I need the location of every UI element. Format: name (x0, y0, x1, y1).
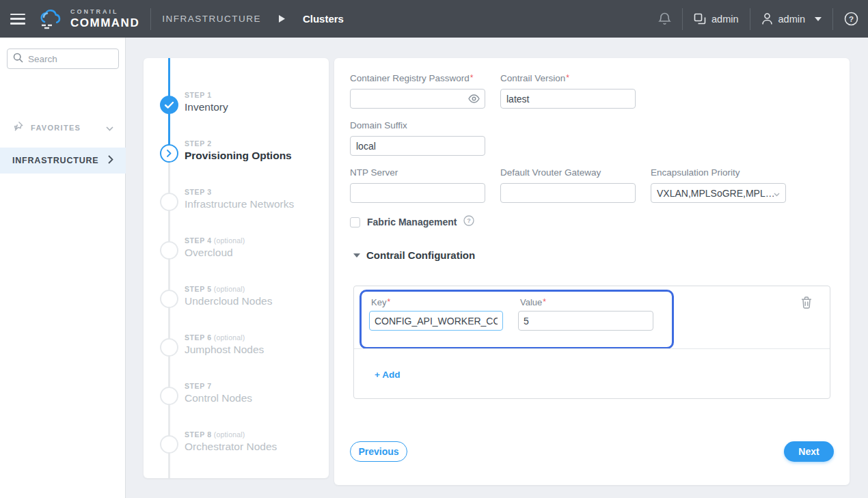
step-title: Orchestrator Nodes (185, 441, 321, 453)
wizard-step-4[interactable]: STEP 4 (optional) Overcloud (144, 236, 329, 266)
wizard-steps-panel: STEP 1 Inventory STEP 2 Provisioning Opt… (144, 58, 329, 478)
wizard-step-3[interactable]: STEP 3 Infrastructure Networks (144, 188, 329, 218)
search-icon (13, 53, 23, 66)
step-title: Jumphost Nodes (185, 344, 321, 356)
topbar-divider (682, 8, 683, 30)
contrail-version-input[interactable] (500, 89, 636, 109)
contrail-configuration-section-toggle[interactable]: Contrail Configuration (353, 249, 475, 261)
fabric-management-checkbox[interactable] (350, 217, 360, 227)
key-value-row[interactable]: Key* Value* (360, 290, 674, 349)
help-button[interactable]: ? (844, 12, 858, 26)
menu-icon[interactable] (10, 14, 25, 25)
step-optional: (optional) (212, 236, 245, 245)
show-password-icon[interactable] (468, 94, 480, 106)
search-input[interactable] (28, 54, 103, 64)
wizard-step-1[interactable]: STEP 1 Inventory (144, 91, 329, 121)
svg-text:?: ? (467, 217, 472, 224)
step-title: Undercloud Nodes (185, 295, 321, 307)
step-title: Infrastructure Networks (185, 198, 321, 210)
step-eyebrow: STEP 7 (185, 382, 212, 390)
contrail-version-label: Contrail Version* (500, 73, 569, 83)
sidebar-item-infrastructure[interactable]: INFRASTRUCTURE (0, 148, 126, 174)
step-title: Control Nodes (185, 392, 321, 404)
app-logo[interactable]: CONTRAIL COMMAND (38, 8, 139, 30)
top-bar: CONTRAIL COMMAND INFRASTRUCTURE Clusters (0, 0, 868, 38)
value-label: Value* (520, 297, 546, 307)
row-divider (354, 348, 830, 349)
encapsulation-priority-label: Encapsulation Priority (651, 167, 740, 178)
logo-text-command: COMMAND (70, 17, 139, 29)
step-todo-icon (160, 387, 178, 405)
user-menu[interactable]: admin (761, 12, 822, 25)
topbar-divider (750, 8, 750, 30)
section-title: Contrail Configuration (366, 249, 475, 261)
previous-button[interactable]: Previous (350, 441, 407, 462)
step-optional: (optional) (212, 333, 245, 342)
topbar-divider (832, 8, 833, 30)
wizard-step-2[interactable]: STEP 2 Provisioning Options (144, 139, 329, 169)
breadcrumb-page: Clusters (303, 13, 344, 25)
domain-suffix-label: Domain Suffix (350, 120, 407, 130)
fabric-management-help-icon[interactable]: ? (463, 215, 474, 229)
container-registry-password-label: Container Registry Password* (350, 73, 474, 83)
step-eyebrow: STEP 4 (185, 236, 212, 245)
key-value-container: Key* Value* + Add (353, 286, 830, 399)
encapsulation-priority-value: VXLAN,MPLSoGRE,MPL… (657, 188, 774, 199)
wizard-step-5[interactable]: STEP 5 (optional) Undercloud Nodes (144, 285, 329, 315)
delete-row-button[interactable] (801, 296, 812, 312)
pin-icon (12, 121, 23, 135)
chevron-down-icon (106, 122, 113, 134)
default-vrouter-gateway-label: Default Vrouter Gateway (500, 167, 601, 178)
collapse-triangle-icon (353, 253, 360, 258)
help-icon: ? (844, 12, 858, 26)
breadcrumb-section[interactable]: INFRASTRUCTURE (162, 14, 261, 24)
next-button[interactable]: Next (784, 441, 834, 462)
step-todo-icon (160, 338, 178, 357)
sidebar-item-label: INFRASTRUCTURE (12, 156, 108, 165)
domain-suffix-input[interactable] (350, 136, 485, 156)
sidebar-favorites[interactable]: FAVORITES (0, 117, 126, 139)
cloud-logo-icon (38, 8, 64, 30)
step-done-icon (160, 96, 178, 114)
container-registry-password-input[interactable] (350, 89, 485, 109)
wizard-step-7[interactable]: STEP 7 Control Nodes (144, 382, 329, 412)
step-eyebrow: STEP 1 (185, 91, 212, 99)
tenant-menu[interactable]: admin (694, 13, 739, 25)
encapsulation-priority-select[interactable]: VXLAN,MPLSoGRE,MPL… (651, 183, 786, 203)
wizard-step-8[interactable]: STEP 8 (optional) Orchestrator Nodes (144, 430, 329, 460)
add-key-value-button[interactable]: + Add (375, 370, 400, 380)
notifications-button[interactable] (658, 12, 671, 26)
step-todo-icon (160, 241, 178, 260)
ntp-server-input[interactable] (350, 183, 485, 203)
fabric-management-label: Fabric Management (367, 217, 457, 227)
step-todo-icon (160, 290, 178, 308)
step-eyebrow: STEP 6 (185, 333, 212, 342)
provisioning-options-form: Container Registry Password* Contrail Ve… (334, 58, 850, 485)
value-input[interactable] (518, 311, 653, 331)
step-title: Inventory (185, 101, 321, 113)
user-icon (761, 12, 773, 25)
step-eyebrow: STEP 3 (185, 188, 212, 196)
svg-text:?: ? (849, 15, 854, 23)
breadcrumb-arrow-icon (279, 15, 285, 23)
step-optional: (optional) (212, 285, 245, 293)
ntp-server-label: NTP Server (350, 167, 398, 178)
default-vrouter-gateway-input[interactable] (500, 183, 636, 203)
step-current-icon (160, 144, 178, 163)
caret-down-icon (815, 17, 822, 21)
sidebar: FAVORITES INFRASTRUCTURE (0, 38, 126, 498)
step-optional: (optional) (212, 430, 245, 439)
wizard-step-6[interactable]: STEP 6 (optional) Jumphost Nodes (144, 333, 329, 363)
select-chevron-icon (774, 187, 780, 199)
bell-icon (658, 12, 671, 26)
sidebar-search[interactable] (7, 49, 119, 69)
logo-text-contrail: CONTRAIL (70, 9, 139, 15)
user-name: admin (778, 14, 806, 25)
chevron-right-icon (108, 154, 113, 167)
step-eyebrow: STEP 8 (185, 430, 212, 439)
topbar-divider (150, 8, 151, 30)
key-input[interactable] (369, 311, 503, 331)
favorites-label: FAVORITES (31, 124, 98, 132)
step-todo-icon (160, 435, 178, 454)
step-title: Provisioning Options (185, 150, 321, 162)
